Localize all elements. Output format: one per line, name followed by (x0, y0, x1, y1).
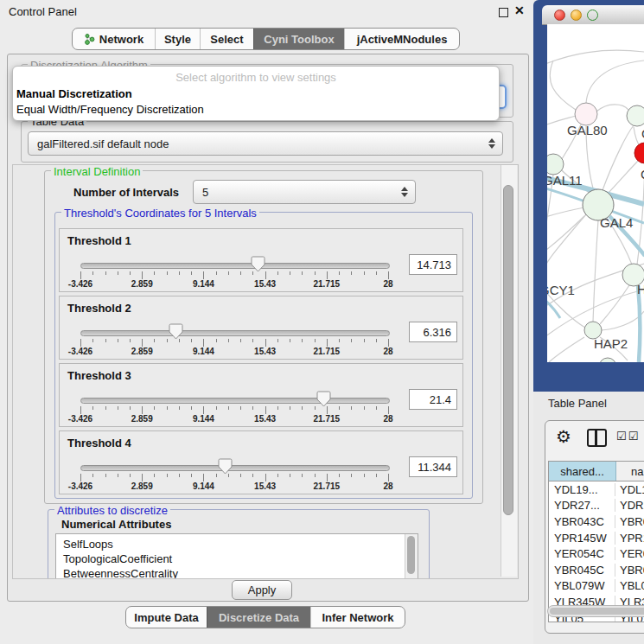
right-region: GAL80GACGAL11GAL4GCY1HHAP2 Table Panel ⚙… (533, 0, 644, 644)
dropdown-option-manual[interactable]: Manual Discretization (16, 87, 132, 100)
attributes-list[interactable]: SelfLoopsTopologicalCoefficientBetweenne… (55, 533, 418, 579)
network-node[interactable] (599, 358, 616, 362)
threshold-value-field[interactable]: 6.316 (409, 322, 457, 342)
network-edge[interactable] (549, 337, 584, 362)
tick-label: 15.43 (239, 481, 291, 491)
num-intervals-combobox[interactable]: 5 (193, 180, 416, 204)
threshold-panel-1: Threshold 1-3.4262.8599.14415.4321.71528… (59, 228, 463, 292)
tick-label: -3.426 (54, 347, 106, 356)
table-row[interactable]: YDR27...YDR2 (549, 498, 644, 514)
tick-label: 21.715 (301, 481, 353, 491)
attribute-list-item[interactable]: TopologicalCoefficient (56, 552, 418, 566)
column-header-shared-name[interactable]: shared... (549, 462, 616, 481)
tick-label: 2.859 (116, 414, 168, 424)
tab-style[interactable]: Style (155, 29, 200, 49)
float-window-icon[interactable] (499, 8, 508, 17)
app-root: Control Panel ✕ NetworkStyleSelectCyni T… (0, 0, 644, 644)
table-row[interactable]: YER054CYER0 (549, 545, 644, 562)
network-edge[interactable] (596, 105, 628, 112)
gear-icon[interactable]: ⚙ (556, 426, 571, 447)
network-edge[interactable] (547, 214, 586, 270)
slider-thumb[interactable] (218, 458, 233, 475)
network-node[interactable] (547, 154, 564, 175)
threshold-value-field[interactable]: 21.4 (409, 389, 457, 410)
network-edge[interactable] (600, 285, 629, 324)
network-edge[interactable] (547, 207, 584, 220)
column-header-name[interactable]: na (616, 462, 644, 481)
zoom-traffic-light-icon[interactable] (587, 10, 598, 21)
table-row[interactable]: YBR045CYBR0 (549, 562, 644, 578)
tab-cyni-toolbox[interactable]: Cyni Toolbox (253, 29, 344, 49)
attribute-list-item[interactable]: SelfLoops (56, 537, 418, 552)
close-traffic-light-icon[interactable] (554, 10, 565, 21)
network-edge[interactable] (550, 61, 576, 110)
tick-label: 9.144 (177, 481, 229, 491)
algorithm-dropdown-popup: Select algorithm to view settings Manual… (12, 66, 500, 121)
tick-label: 28 (362, 414, 414, 424)
tab-infer-network[interactable]: Infer Network (310, 607, 405, 628)
tab-discretize-data[interactable]: Discretize Data (207, 607, 310, 628)
tick-label: 9.144 (177, 414, 229, 424)
threshold-slider-track[interactable] (80, 263, 390, 269)
tick-label: -3.426 (54, 414, 106, 424)
tick-label: 28 (362, 279, 414, 289)
threshold-panel-2: Threshold 2-3.4262.8599.14415.4321.71528… (59, 296, 463, 360)
horizontal-scrollbar[interactable] (547, 605, 644, 617)
threshold-value-field[interactable]: 11.344 (409, 456, 457, 477)
network-canvas[interactable]: GAL80GACGAL11GAL4GCY1HHAP2 (547, 24, 644, 362)
dropdown-option-equal-width[interactable]: Equal Width/Frequency Discretization (16, 103, 204, 116)
network-edge[interactable] (547, 50, 644, 69)
table-header-row: shared... na (549, 462, 644, 481)
attribute-list-item[interactable]: BetweennessCentrality (56, 566, 418, 579)
network-window: GAL80GACGAL11GAL4GCY1HHAP2 (533, 0, 644, 392)
tab-select[interactable]: Select (200, 29, 253, 49)
network-edge[interactable] (638, 285, 640, 362)
table-data-combobox[interactable]: galFiltered.sif default node (28, 131, 503, 156)
minimize-traffic-light-icon[interactable] (571, 10, 582, 21)
tab-network[interactable]: Network (73, 29, 155, 49)
node-label: HAP2 (594, 336, 628, 351)
tab-jactivemnodules[interactable]: jActiveMNodules (344, 29, 459, 49)
combo-stepper-icon (487, 138, 497, 149)
node-table: shared... na YDL19...YDL1YDR27...YDR2YBR… (548, 461, 644, 622)
vertical-scrollbar-thumb[interactable] (503, 185, 513, 515)
thresholds-group-title: Threshold's Coordinates for 5 Intervals (61, 207, 259, 220)
top-tab-bar: NetworkStyleSelectCyni ToolboxjActiveMNo… (72, 28, 460, 50)
network-node[interactable] (627, 105, 644, 126)
tick-label: 2.859 (116, 279, 168, 289)
node-label: GAL80 (567, 123, 608, 137)
threshold-panel-3: Threshold 3-3.4262.8599.14415.4321.71528… (59, 363, 463, 427)
select-columns-icon[interactable]: ☑☑ (616, 430, 640, 443)
tick-label: 2.859 (116, 481, 168, 491)
close-icon[interactable]: ✕ (514, 3, 525, 17)
table-panel-title: Table Panel (548, 397, 607, 410)
table-data-value: galFiltered.sif default node (29, 137, 487, 150)
slider-thumb[interactable] (169, 323, 183, 340)
apply-button[interactable]: Apply (232, 580, 292, 600)
slider-thumb[interactable] (316, 391, 331, 407)
settings-scrollpane: Interval Definition Number of Intervals … (12, 164, 519, 579)
node-label: GCY1 (547, 283, 575, 297)
threshold-slider-track[interactable] (80, 465, 390, 471)
threshold-value-field[interactable]: 14.713 (409, 254, 457, 275)
slider-thumb[interactable] (251, 256, 265, 272)
threshold-slider-track[interactable] (80, 330, 390, 336)
column-view-icon[interactable] (587, 429, 607, 447)
combo-stepper-icon (399, 187, 410, 197)
tick-label: 2.859 (116, 347, 168, 356)
panel-title: Control Panel (9, 5, 77, 18)
network-node[interactable] (634, 143, 644, 163)
tick-label: 9.144 (177, 347, 229, 356)
table-row[interactable]: YBL079WYBL0 (549, 578, 644, 595)
list-scrollbar[interactable] (405, 534, 418, 579)
table-row[interactable]: YDL19...YDL1 (549, 481, 644, 498)
table-row[interactable]: YBR043CYBR0 (549, 513, 644, 530)
network-edge[interactable] (586, 61, 644, 103)
table-row[interactable]: YPR145WYPR1 (549, 530, 644, 546)
tick-label: 21.715 (301, 414, 353, 424)
tab-impute-data[interactable]: Impute Data (126, 607, 207, 628)
numerical-attributes-label: Numerical Attributes (61, 518, 171, 531)
threshold-slider-track[interactable] (80, 398, 390, 404)
tick-label: -3.426 (54, 481, 106, 491)
threshold-label: Threshold 4 (67, 437, 131, 450)
